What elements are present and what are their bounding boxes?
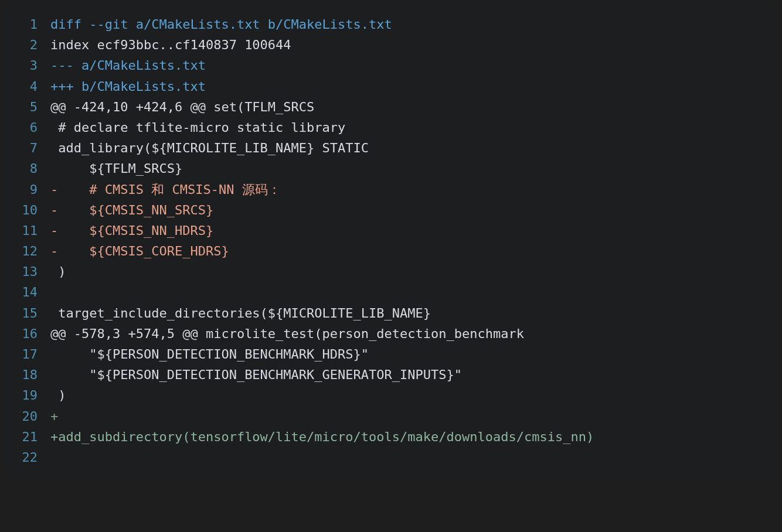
code-text[interactable]: diff --git a/CMakeLists.txt b/CMakeLists… [50, 14, 776, 35]
code-line[interactable]: 6 # declare tflite-micro static library [6, 117, 776, 138]
code-line[interactable]: 7 add_library(${MICROLITE_LIB_NAME} STAT… [6, 138, 776, 158]
line-number: 14 [6, 282, 50, 302]
code-line[interactable]: 5@@ -424,10 +424,6 @@ set(TFLM_SRCS [6, 97, 776, 117]
line-number: 19 [6, 385, 50, 405]
code-line[interactable]: 16@@ -578,3 +574,5 @@ microlite_test(per… [6, 323, 776, 344]
line-number: 18 [6, 364, 50, 385]
line-number: 11 [6, 220, 50, 241]
code-text[interactable]: add_library(${MICROLITE_LIB_NAME} STATIC [50, 138, 776, 158]
code-line[interactable]: 21+add_subdirectory(tensorflow/lite/micr… [6, 427, 776, 447]
code-text[interactable]: +++ b/CMakeLists.txt [50, 76, 776, 97]
code-line[interactable]: 22 [6, 447, 776, 468]
code-line[interactable]: 18 "${PERSON_DETECTION_BENCHMARK_GENERAT… [6, 364, 776, 385]
code-line[interactable]: 13 ) [6, 261, 776, 282]
code-line[interactable]: 9- # CMSIS 和 CMSIS-NN 源码： [6, 179, 776, 200]
code-text[interactable]: --- a/CMakeLists.txt [50, 55, 776, 76]
code-line[interactable]: 17 "${PERSON_DETECTION_BENCHMARK_HDRS}" [6, 344, 776, 364]
code-text[interactable]: - ${CMSIS_NN_HDRS} [50, 220, 776, 241]
code-text[interactable] [50, 447, 776, 468]
code-line[interactable]: 3--- a/CMakeLists.txt [6, 55, 776, 76]
line-number: 6 [6, 117, 50, 138]
code-text[interactable]: target_include_directories(${MICROLITE_L… [50, 303, 776, 323]
code-text[interactable]: - ${CMSIS_CORE_HDRS} [50, 241, 776, 261]
line-number: 7 [6, 138, 50, 158]
line-number: 13 [6, 261, 50, 282]
line-number: 12 [6, 241, 50, 261]
code-text[interactable]: ${TFLM_SRCS} [50, 158, 776, 179]
code-text[interactable]: + [50, 406, 776, 427]
code-line[interactable]: 14 [6, 282, 776, 302]
code-line[interactable]: 12- ${CMSIS_CORE_HDRS} [6, 241, 776, 261]
code-editor[interactable]: 1diff --git a/CMakeLists.txt b/CMakeList… [6, 6, 776, 476]
code-text[interactable]: "${PERSON_DETECTION_BENCHMARK_GENERATOR_… [50, 364, 776, 385]
code-text[interactable]: @@ -424,10 +424,6 @@ set(TFLM_SRCS [50, 97, 776, 117]
line-number: 9 [6, 179, 50, 200]
code-line[interactable]: 15 target_include_directories(${MICROLIT… [6, 303, 776, 323]
code-line[interactable]: 2index ecf93bbc..cf140837 100644 [6, 35, 776, 55]
code-text[interactable] [50, 282, 776, 302]
line-number: 3 [6, 55, 50, 76]
line-number: 1 [6, 14, 50, 35]
line-number: 10 [6, 200, 50, 220]
code-line[interactable]: 20+ [6, 406, 776, 427]
line-number: 2 [6, 35, 50, 55]
code-text[interactable]: "${PERSON_DETECTION_BENCHMARK_HDRS}" [50, 344, 776, 364]
code-text[interactable]: - # CMSIS 和 CMSIS-NN 源码： [50, 179, 776, 200]
line-number: 5 [6, 97, 50, 117]
code-line[interactable]: 8 ${TFLM_SRCS} [6, 158, 776, 179]
line-number: 21 [6, 427, 50, 447]
code-line[interactable]: 10- ${CMSIS_NN_SRCS} [6, 200, 776, 220]
code-text[interactable]: index ecf93bbc..cf140837 100644 [50, 35, 776, 55]
line-number: 4 [6, 76, 50, 97]
code-text[interactable]: - ${CMSIS_NN_SRCS} [50, 200, 776, 220]
line-number: 22 [6, 447, 50, 468]
line-number: 8 [6, 158, 50, 179]
line-number: 16 [6, 323, 50, 344]
code-text[interactable]: # declare tflite-micro static library [50, 117, 776, 138]
code-line[interactable]: 1diff --git a/CMakeLists.txt b/CMakeList… [6, 14, 776, 35]
line-number: 15 [6, 303, 50, 323]
line-number: 17 [6, 344, 50, 364]
code-text[interactable]: @@ -578,3 +574,5 @@ microlite_test(perso… [50, 323, 776, 344]
code-text[interactable]: ) [50, 385, 776, 405]
code-line[interactable]: 11- ${CMSIS_NN_HDRS} [6, 220, 776, 241]
code-text[interactable]: ) [50, 261, 776, 282]
code-line[interactable]: 4+++ b/CMakeLists.txt [6, 76, 776, 97]
code-text[interactable]: +add_subdirectory(tensorflow/lite/micro/… [50, 427, 776, 447]
code-line[interactable]: 19 ) [6, 385, 776, 405]
line-number: 20 [6, 406, 50, 427]
